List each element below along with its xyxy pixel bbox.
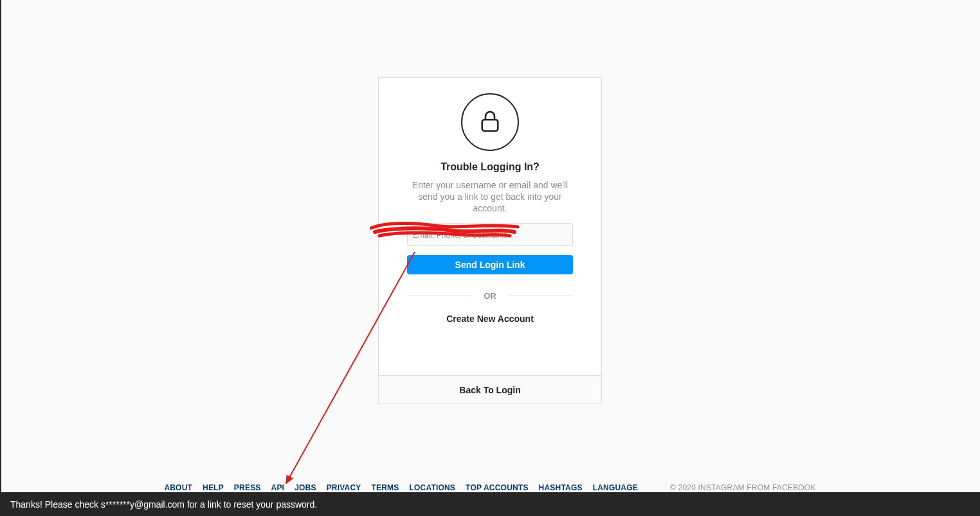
footer-link-press[interactable]: PRESS — [234, 483, 261, 492]
create-new-account-link[interactable]: Create New Account — [446, 314, 534, 324]
footer-links: ABOUT HELP PRESS API JOBS PRIVACY TERMS … — [164, 483, 638, 492]
send-login-link-button[interactable]: Send Login Link — [407, 255, 573, 274]
left-border-decoration — [0, 0, 1, 492]
or-label: OR — [484, 291, 496, 301]
lock-circle — [461, 93, 519, 151]
footer-link-jobs[interactable]: JOBS — [295, 483, 316, 492]
username-email-input[interactable] — [407, 223, 573, 246]
toast-message: Thanks! Please check s*******y@gmail.com… — [10, 499, 317, 510]
or-divider: OR — [407, 291, 573, 301]
svg-rect-0 — [482, 120, 498, 131]
footer-link-privacy[interactable]: PRIVACY — [327, 483, 361, 492]
divider-line — [508, 296, 573, 296]
card-subtitle: Enter your username or email and we'll s… — [407, 179, 573, 214]
footer-link-terms[interactable]: TERMS — [372, 483, 399, 492]
footer-link-locations[interactable]: LOCATIONS — [410, 483, 456, 492]
back-to-login-button[interactable]: Back To Login — [379, 375, 601, 404]
footer-link-about[interactable]: ABOUT — [164, 483, 192, 492]
footer-link-language[interactable]: LANGUAGE — [593, 483, 638, 492]
card-title: Trouble Logging In? — [440, 161, 540, 173]
main-container: Trouble Logging In? Enter your username … — [0, 0, 980, 404]
footer: ABOUT HELP PRESS API JOBS PRIVACY TERMS … — [0, 483, 980, 492]
toast-notification: Thanks! Please check s*******y@gmail.com… — [0, 492, 980, 516]
footer-link-help[interactable]: HELP — [203, 483, 224, 492]
trouble-login-card: Trouble Logging In? Enter your username … — [378, 77, 602, 404]
footer-link-api[interactable]: API — [271, 483, 285, 492]
footer-link-hashtags[interactable]: HASHTAGS — [539, 483, 583, 492]
divider-line — [407, 296, 472, 296]
input-wrapper — [407, 223, 573, 246]
footer-link-top-accounts[interactable]: TOP ACCOUNTS — [466, 483, 529, 492]
footer-copyright: © 2020 INSTAGRAM FROM FACEBOOK — [670, 483, 816, 492]
card-content: Trouble Logging In? Enter your username … — [379, 78, 601, 375]
lock-icon — [476, 107, 504, 137]
